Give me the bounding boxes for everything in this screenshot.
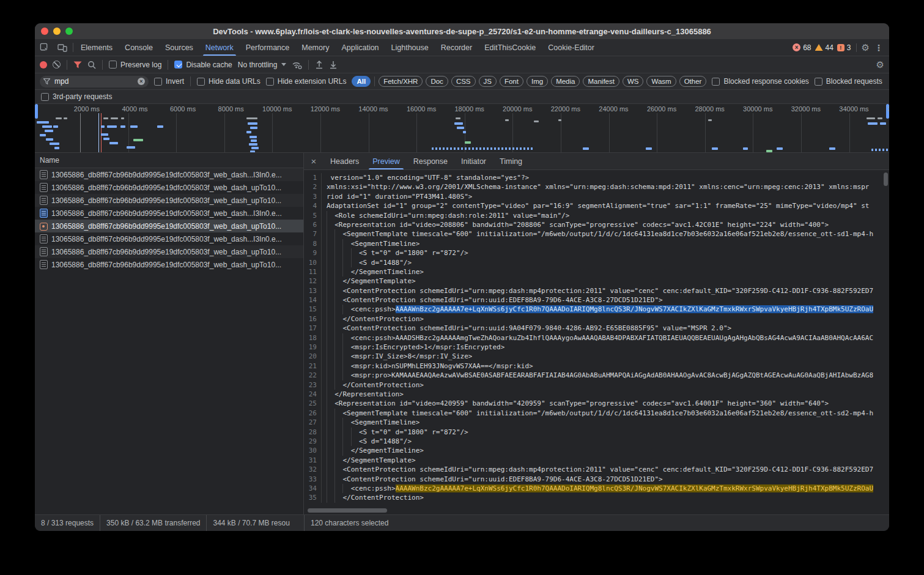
network-conditions-icon[interactable] — [292, 61, 302, 69]
line-number: 14 — [304, 295, 322, 305]
device-toolbar-icon[interactable] — [53, 39, 72, 56]
code-text: <cenc:pssh>AAADSHBzc2gAAAAAmgTweZhAQoark… — [322, 333, 873, 343]
indent-guide — [334, 324, 342, 333]
tab-cookie-editor[interactable]: Cookie-Editor — [542, 39, 601, 56]
issues-badge[interactable]: !3 — [837, 43, 851, 52]
code-text: <SegmentTemplate timescale="600" initial… — [322, 229, 873, 239]
name-column-header[interactable]: Name — [35, 153, 303, 168]
tab-memory[interactable]: Memory — [295, 39, 335, 56]
code-text: </SegmentTemplate> — [322, 456, 416, 465]
disable-cache-checkbox[interactable]: Disable cache — [174, 61, 232, 69]
blocked-response-cookies-checkbox[interactable]: Blocked response cookies — [712, 77, 808, 86]
tab-sources[interactable]: Sources — [159, 39, 199, 56]
invert-checkbox[interactable]: Invert — [154, 77, 184, 86]
request-name: 13065886_db8ff67cb96b9dd9995e19dfc005803… — [51, 184, 281, 192]
overview-tick-label: 36000 ms — [874, 105, 889, 113]
divider — [856, 43, 857, 52]
line-number: 27 — [304, 418, 322, 427]
status-item: 350 kB / 63.2 MB transferred — [100, 515, 207, 531]
hide-data-urls-checkbox[interactable]: Hide data URLs — [197, 77, 261, 86]
pill-img[interactable]: Img — [527, 76, 548, 87]
checkbox-box — [266, 78, 274, 86]
clear-filter-icon[interactable]: × — [138, 78, 145, 85]
throttling-select[interactable]: No throttling — [238, 61, 287, 69]
more-options-icon[interactable]: ⋮ — [873, 43, 884, 53]
waterfall-bar — [712, 147, 718, 150]
table-row[interactable]: 13065886_db8ff67cb96b9dd9995e19dfc005803… — [35, 181, 303, 194]
record-network-log-button[interactable] — [40, 61, 47, 69]
pill-media[interactable]: Media — [551, 76, 580, 87]
network-settings-gear-icon[interactable]: ⚙ — [876, 59, 884, 70]
horizontal-scrollbar[interactable] — [305, 508, 881, 513]
indent-guide — [342, 343, 350, 352]
pill-font[interactable]: Font — [500, 76, 523, 87]
detail-tab-headers[interactable]: Headers — [323, 153, 366, 169]
code-text: <SegmentTimeline> — [322, 418, 419, 427]
inspect-element-icon[interactable] — [35, 39, 53, 56]
close-detail-icon[interactable]: × — [304, 153, 323, 169]
overview-gridline — [512, 113, 513, 152]
indent-guide — [351, 258, 359, 267]
divider — [374, 76, 375, 86]
indent-guide — [334, 286, 342, 295]
hide-extension-urls-checkbox[interactable]: Hide extension URLs — [266, 77, 347, 86]
line-number: 34 — [304, 484, 322, 493]
third-party-requests-checkbox[interactable]: 3rd-party requests — [41, 92, 112, 101]
code-segment: </ContentProtection> — [342, 494, 423, 502]
overview-left-grip[interactable] — [35, 104, 38, 119]
vertical-scrollbar[interactable] — [883, 172, 889, 507]
tab-network[interactable]: Network — [199, 39, 240, 56]
tab-console[interactable]: Console — [119, 39, 159, 56]
table-row[interactable]: 13065886_db8ff67cb96b9dd9995e19dfc005803… — [35, 245, 303, 258]
blocked-requests-checkbox[interactable]: Blocked requests — [815, 77, 882, 86]
pill-fetch-xhr[interactable]: Fetch/XHR — [379, 76, 423, 87]
line-number: 30 — [304, 446, 322, 455]
tab-performance[interactable]: Performance — [240, 39, 296, 56]
tab-elements[interactable]: Elements — [75, 39, 119, 56]
detail-tab-initiator[interactable]: Initiator — [454, 153, 493, 169]
warning-badge[interactable]: 44 — [815, 43, 833, 52]
pill-manifest[interactable]: Manifest — [583, 76, 619, 87]
tab-application[interactable]: Application — [335, 39, 385, 56]
tab-recorder[interactable]: Recorder — [435, 39, 478, 56]
filter-input-box[interactable]: × — [40, 76, 149, 87]
clear-network-log-icon[interactable] — [53, 61, 61, 69]
table-row[interactable]: 13065886_db8ff67cb96b9dd9995e19dfc005803… — [35, 220, 303, 232]
export-har-icon[interactable] — [329, 60, 338, 69]
tab-lighthouse[interactable]: Lighthouse — [385, 39, 435, 56]
preserve-log-checkbox[interactable]: Preserve log — [109, 61, 161, 69]
code-line: 7<SegmentTemplate timescale="600" initia… — [304, 229, 889, 239]
line-number: 23 — [304, 380, 322, 390]
vertical-scrollbar-thumb[interactable] — [884, 172, 888, 186]
horizontal-scrollbar-thumb[interactable] — [308, 508, 387, 513]
pill-css[interactable]: CSS — [451, 76, 476, 87]
line-number: 21 — [304, 362, 322, 371]
code-line: 21<mspr:kid>nSUPMhLEH93JNogvWS7XAA==</ms… — [304, 362, 889, 371]
table-row[interactable]: 13065886_db8ff67cb96b9dd9995e19dfc005803… — [35, 168, 303, 181]
tab-editthiscookie[interactable]: EditThisCookie — [478, 39, 542, 56]
detail-tab-response[interactable]: Response — [407, 153, 454, 169]
pill-all[interactable]: All — [352, 76, 371, 87]
table-row[interactable]: 13065886_db8ff67cb96b9dd9995e19dfc005803… — [35, 232, 303, 245]
pill-js[interactable]: JS — [479, 76, 497, 87]
table-row[interactable]: 13065886_db8ff67cb96b9dd9995e19dfc005803… — [35, 258, 303, 271]
filter-funnel-icon[interactable] — [73, 61, 82, 69]
search-icon[interactable] — [87, 61, 96, 69]
pill-wasm[interactable]: Wasm — [646, 76, 676, 87]
filter-input[interactable] — [53, 76, 135, 86]
waterfall-bar — [42, 125, 52, 128]
import-har-icon[interactable] — [315, 60, 323, 69]
table-row[interactable]: 13065886_db8ff67cb96b9dd9995e19dfc005803… — [35, 194, 303, 207]
pill-other[interactable]: Other — [679, 76, 707, 87]
network-overview-timeline[interactable]: 2000 ms4000 ms6000 ms8000 ms10000 ms1200… — [35, 104, 889, 153]
settings-gear-icon[interactable]: ⚙ — [862, 42, 870, 53]
detail-tab-preview[interactable]: Preview — [366, 153, 406, 169]
code-segment: <ContentProtection schemeIdUri="urn:uuid… — [342, 324, 731, 332]
overview-tick-label: 14000 ms — [346, 105, 388, 113]
detail-tab-timing[interactable]: Timing — [493, 153, 529, 169]
code-segment: <mspr:IsEncrypted>1</mspr:IsEncrypted> — [351, 343, 505, 351]
table-row[interactable]: 13065886_db8ff67cb96b9dd9995e19dfc005803… — [35, 207, 303, 220]
error-badge[interactable]: ×68 — [793, 43, 811, 52]
pill-ws[interactable]: WS — [623, 76, 644, 87]
pill-doc[interactable]: Doc — [426, 76, 448, 87]
